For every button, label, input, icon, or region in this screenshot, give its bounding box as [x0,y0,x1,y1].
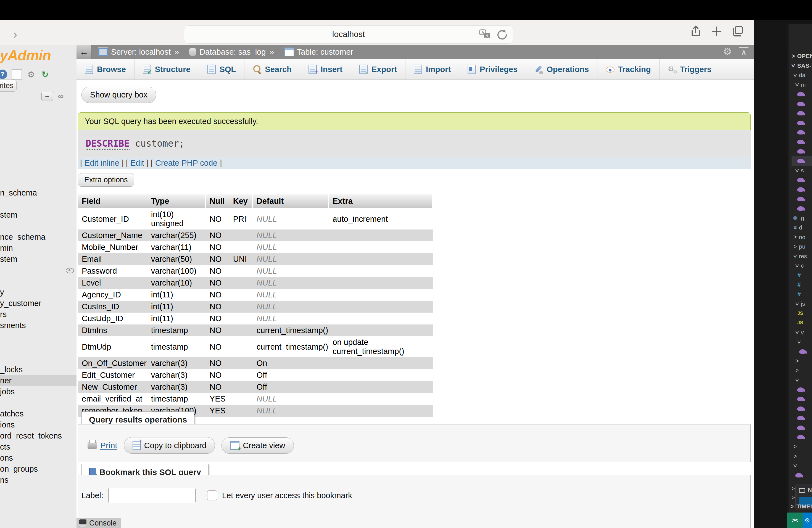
column-header[interactable]: Key [229,194,253,208]
collapse-panel-icon[interactable]: ∧ [739,47,749,57]
show-query-box-button[interactable]: Show query box [82,87,156,103]
tab-structure[interactable]: Structure [134,59,199,79]
tab-search[interactable]: Search [244,59,300,79]
refresh-icon[interactable]: ↻ [40,70,50,79]
explorer-row[interactable]: >da [792,70,812,80]
explorer-row[interactable]: >c [792,261,812,270]
explorer-row[interactable] [792,194,812,204]
explorer-row[interactable]: > [792,461,812,471]
tab-insert[interactable]: Insert [300,59,351,79]
explorer-row[interactable]: # [792,280,812,290]
breadcrumb-server[interactable]: Server: localhost [111,47,171,57]
explorer-row[interactable]: JS [792,318,812,328]
explorer-row[interactable] [792,89,812,99]
breadcrumb-table[interactable]: Table: customer [297,47,353,57]
explorer-row[interactable] [792,118,812,128]
db-tree-item[interactable]: cts [0,441,76,452]
tab-export[interactable]: Export [351,59,405,79]
table-row[interactable]: DtmUdptimestampNOcurrent_timestamp()on u… [78,336,433,357]
explorer-row[interactable]: > [792,452,812,461]
link-icon[interactable]: ∞ [58,92,63,101]
table-row[interactable]: Customer_IDint(10) unsignedNOPRINULLauto… [78,208,433,230]
query-link[interactable]: Edit inline [85,159,119,167]
db-tree-item[interactable]: ns [0,474,76,485]
breadcrumb-database[interactable]: Database: sas_log [199,47,266,57]
explorer-row[interactable]: > [792,366,812,376]
explorer-row[interactable]: >OPEN [792,52,812,61]
explorer-row[interactable] [792,471,812,480]
tab-operations[interactable]: Operations [526,59,597,79]
explorer-row[interactable]: # [792,270,812,280]
vscode-remote-indicator[interactable]: >< [787,513,802,528]
table-row[interactable]: Levelvarchar(10)NONULL [78,277,433,289]
db-tree-item[interactable]: sments [0,320,76,331]
explorer-row[interactable]: >js [792,299,812,309]
explorer-row[interactable]: > [792,442,812,452]
explorer-row[interactable]: >res [792,252,812,261]
translate-icon[interactable]: A 文 [479,28,491,41]
table-row[interactable]: Agency_IDint(11)NONULL [78,289,433,301]
db-tree-item[interactable]: ner [0,375,76,386]
explorer-row[interactable] [792,185,812,194]
explorer-row[interactable]: > [792,375,812,385]
table-row[interactable]: On_Off_Customervarchar(3)NOOn [78,357,433,369]
copy-to-clipboard-button[interactable]: Copy to clipboard [124,437,215,454]
db-tree-item[interactable]: min [0,243,76,253]
table-row[interactable]: CusIns_IDint(11)NONULL [78,301,433,312]
forward-chevron-icon[interactable]: › [8,26,22,43]
explorer-row[interactable] [792,423,812,433]
back-button[interactable]: ← [76,45,92,59]
explorer-row[interactable]: >pu [792,242,812,252]
chevron-right-icon[interactable]: > [792,495,795,501]
vscode-status-bar[interactable]: ⊗ [802,513,812,528]
url-bar[interactable]: localhost A 文 [184,25,513,44]
explorer-row[interactable]: >m [792,80,812,90]
explorer-row[interactable] [792,108,812,118]
favorites-button[interactable]: rites [0,79,17,92]
tab-tracking[interactable]: Tracking [597,59,659,79]
column-header[interactable]: Extra [329,194,433,208]
explorer-row[interactable]: .g [792,214,812,223]
table-row[interactable]: Mobile_Numbervarchar(11)NONULL [78,241,433,253]
settings-gear-icon[interactable]: ⚙ [723,46,732,57]
explorer-row[interactable] [792,385,812,395]
explorer-row[interactable]: > [792,356,812,366]
table-row[interactable]: email_verified_attimestampYESNULL [78,393,433,405]
table-row[interactable]: DtmInstimestampNOcurrent_timestamp() [78,324,433,336]
bookmark-share-checkbox[interactable] [207,490,217,500]
table-row[interactable]: CusUdp_IDint(11)NONULL [78,312,433,324]
chevron-right-icon[interactable]: > [792,485,795,492]
tab-import[interactable]: Import [405,59,459,79]
explorer-row[interactable]: > [792,337,812,347]
explorer-row[interactable] [792,394,812,404]
tab-triggers[interactable]: Triggers [659,59,720,79]
table-row[interactable]: Customer_Namevarchar(255)NONULL [78,230,433,241]
console-bar[interactable]: Console [76,518,121,528]
create-view-button[interactable]: Create view [221,437,294,454]
print-link[interactable]: Print [88,441,117,450]
db-tree-item[interactable]: jobs [0,386,76,397]
tab-privileges[interactable]: Privileges [459,59,526,79]
explorer-row[interactable] [792,156,812,166]
tab-browse[interactable]: Browse [76,59,134,79]
query-link[interactable]: Create PHP code [155,159,217,167]
db-tree-item[interactable]: nce_schema [0,231,76,243]
reload-icon[interactable] [496,28,508,41]
tab-sql[interactable]: SQL [199,59,245,79]
explorer-row[interactable] [792,347,812,356]
explorer-row[interactable] [792,128,812,137]
db-tree-item[interactable]: n_schema [0,187,76,198]
db-tree-item[interactable]: stem [0,253,76,265]
column-header[interactable]: Field [78,194,147,208]
column-header[interactable]: Default [253,194,329,208]
explorer-row[interactable] [792,147,812,156]
tab-overview-icon[interactable] [731,25,744,38]
db-tree-item[interactable]: _locks [0,364,76,375]
explorer-row[interactable] [792,432,812,442]
table-row[interactable]: Passwordvarchar(100)NONULL [78,265,433,277]
db-tree-item[interactable]: rs [0,309,76,320]
db-tree-item[interactable]: on_groups [0,464,76,474]
explorer-row[interactable]: ≡d [792,223,812,233]
extra-options-button[interactable]: Extra options [78,173,134,187]
explorer-row[interactable] [792,413,812,423]
